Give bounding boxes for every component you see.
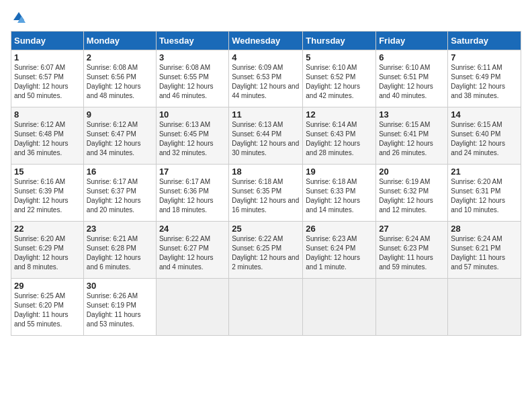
logo [11, 11, 26, 24]
calendar-cell: 25 Sunrise: 6:22 AMSunset: 6:25 PMDaylig… [229, 222, 303, 279]
day-info: Sunrise: 6:16 AMSunset: 6:39 PMDaylight:… [14, 178, 69, 214]
day-number: 17 [159, 167, 226, 177]
calendar-cell [448, 279, 521, 336]
day-number: 2 [87, 52, 153, 62]
day-number: 25 [232, 224, 300, 234]
day-info: Sunrise: 6:12 AMSunset: 6:48 PMDaylight:… [14, 121, 69, 156]
day-info: Sunrise: 6:18 AMSunset: 6:35 PMDaylight:… [232, 178, 299, 214]
calendar-week-5: 29 Sunrise: 6:25 AMSunset: 6:20 PMDaylig… [11, 279, 521, 336]
day-number: 8 [14, 109, 81, 120]
calendar-cell: 1 Sunrise: 6:07 AMSunset: 6:57 PMDayligh… [11, 50, 84, 107]
calendar-header-thursday: Thursday [303, 32, 376, 50]
calendar-cell: 26 Sunrise: 6:23 AMSunset: 6:24 PMDaylig… [303, 222, 376, 279]
day-info: Sunrise: 6:17 AMSunset: 6:36 PMDaylight:… [159, 178, 214, 214]
calendar-cell: 5 Sunrise: 6:10 AMSunset: 6:52 PMDayligh… [303, 50, 376, 107]
day-number: 6 [379, 52, 445, 62]
day-number: 1 [14, 52, 81, 62]
calendar-cell [156, 279, 228, 336]
day-info: Sunrise: 6:23 AMSunset: 6:24 PMDaylight:… [306, 235, 360, 271]
calendar-header-tuesday: Tuesday [156, 32, 228, 50]
calendar-cell: 16 Sunrise: 6:17 AMSunset: 6:37 PMDaylig… [83, 165, 156, 222]
day-number: 29 [14, 281, 81, 291]
day-info: Sunrise: 6:22 AMSunset: 6:25 PMDaylight:… [232, 235, 299, 271]
calendar-cell: 14 Sunrise: 6:15 AMSunset: 6:40 PMDaylig… [448, 107, 521, 165]
day-info: Sunrise: 6:10 AMSunset: 6:51 PMDaylight:… [379, 64, 433, 99]
day-info: Sunrise: 6:25 AMSunset: 6:20 PMDaylight:… [14, 292, 69, 328]
calendar-cell: 7 Sunrise: 6:11 AMSunset: 6:49 PMDayligh… [448, 50, 521, 107]
day-number: 23 [87, 224, 153, 234]
day-info: Sunrise: 6:21 AMSunset: 6:28 PMDaylight:… [87, 235, 141, 271]
calendar-cell: 12 Sunrise: 6:14 AMSunset: 6:43 PMDaylig… [303, 107, 376, 165]
calendar-cell [229, 279, 303, 336]
day-number: 3 [159, 52, 226, 62]
day-info: Sunrise: 6:08 AMSunset: 6:55 PMDaylight:… [159, 64, 214, 99]
day-number: 20 [379, 167, 445, 177]
day-info: Sunrise: 6:07 AMSunset: 6:57 PMDaylight:… [14, 64, 69, 99]
day-number: 24 [159, 224, 226, 234]
calendar-header-friday: Friday [376, 32, 448, 50]
day-number: 22 [14, 224, 81, 234]
calendar-cell: 20 Sunrise: 6:19 AMSunset: 6:32 PMDaylig… [376, 165, 448, 222]
calendar-cell: 9 Sunrise: 6:12 AMSunset: 6:47 PMDayligh… [83, 107, 156, 165]
day-number: 21 [451, 167, 518, 177]
calendar-cell: 11 Sunrise: 6:13 AMSunset: 6:44 PMDaylig… [229, 107, 303, 165]
calendar-cell: 29 Sunrise: 6:25 AMSunset: 6:20 PMDaylig… [11, 279, 84, 336]
day-info: Sunrise: 6:24 AMSunset: 6:23 PMDaylight:… [379, 235, 433, 271]
calendar-cell: 30 Sunrise: 6:26 AMSunset: 6:19 PMDaylig… [83, 279, 156, 336]
day-number: 26 [306, 224, 373, 234]
day-number: 7 [451, 52, 518, 62]
calendar-cell: 4 Sunrise: 6:09 AMSunset: 6:53 PMDayligh… [229, 50, 303, 107]
calendar-table: SundayMondayTuesdayWednesdayThursdayFrid… [11, 31, 521, 336]
day-info: Sunrise: 6:26 AMSunset: 6:19 PMDaylight:… [87, 292, 141, 328]
calendar-cell: 6 Sunrise: 6:10 AMSunset: 6:51 PMDayligh… [376, 50, 448, 107]
day-info: Sunrise: 6:10 AMSunset: 6:52 PMDaylight:… [306, 64, 360, 99]
calendar-cell: 10 Sunrise: 6:13 AMSunset: 6:45 PMDaylig… [156, 107, 228, 165]
logo-icon [12, 11, 26, 24]
day-info: Sunrise: 6:20 AMSunset: 6:29 PMDaylight:… [14, 235, 69, 271]
day-info: Sunrise: 6:24 AMSunset: 6:21 PMDaylight:… [451, 235, 505, 271]
day-info: Sunrise: 6:08 AMSunset: 6:56 PMDaylight:… [87, 64, 141, 99]
day-info: Sunrise: 6:15 AMSunset: 6:41 PMDaylight:… [379, 121, 433, 156]
day-info: Sunrise: 6:12 AMSunset: 6:47 PMDaylight:… [87, 121, 141, 156]
calendar-week-2: 8 Sunrise: 6:12 AMSunset: 6:48 PMDayligh… [11, 107, 521, 165]
calendar-header-saturday: Saturday [448, 32, 521, 50]
day-number: 19 [306, 167, 373, 177]
day-number: 9 [87, 109, 153, 120]
calendar-cell: 21 Sunrise: 6:20 AMSunset: 6:31 PMDaylig… [448, 165, 521, 222]
calendar-cell: 13 Sunrise: 6:15 AMSunset: 6:41 PMDaylig… [376, 107, 448, 165]
day-number: 28 [451, 224, 518, 234]
calendar-header-row: SundayMondayTuesdayWednesdayThursdayFrid… [11, 32, 521, 50]
day-number: 5 [306, 52, 373, 62]
calendar-cell: 15 Sunrise: 6:16 AMSunset: 6:39 PMDaylig… [11, 165, 84, 222]
calendar-cell: 24 Sunrise: 6:22 AMSunset: 6:27 PMDaylig… [156, 222, 228, 279]
calendar-week-3: 15 Sunrise: 6:16 AMSunset: 6:39 PMDaylig… [11, 165, 521, 222]
calendar-cell: 3 Sunrise: 6:08 AMSunset: 6:55 PMDayligh… [156, 50, 228, 107]
day-number: 30 [87, 281, 153, 291]
day-number: 15 [14, 167, 81, 177]
calendar-cell: 22 Sunrise: 6:20 AMSunset: 6:29 PMDaylig… [11, 222, 84, 279]
day-number: 12 [306, 109, 373, 120]
day-number: 11 [232, 109, 300, 120]
calendar-week-4: 22 Sunrise: 6:20 AMSunset: 6:29 PMDaylig… [11, 222, 521, 279]
day-number: 14 [451, 109, 518, 120]
calendar-cell: 18 Sunrise: 6:18 AMSunset: 6:35 PMDaylig… [229, 165, 303, 222]
day-info: Sunrise: 6:11 AMSunset: 6:49 PMDaylight:… [451, 64, 505, 99]
day-info: Sunrise: 6:19 AMSunset: 6:32 PMDaylight:… [379, 178, 433, 214]
day-number: 10 [159, 109, 226, 120]
calendar-cell: 23 Sunrise: 6:21 AMSunset: 6:28 PMDaylig… [83, 222, 156, 279]
day-number: 13 [379, 109, 445, 120]
calendar-cell: 28 Sunrise: 6:24 AMSunset: 6:21 PMDaylig… [448, 222, 521, 279]
day-info: Sunrise: 6:17 AMSunset: 6:37 PMDaylight:… [87, 178, 141, 214]
calendar-cell [303, 279, 376, 336]
day-info: Sunrise: 6:13 AMSunset: 6:44 PMDaylight:… [232, 121, 299, 156]
calendar-header-wednesday: Wednesday [229, 32, 303, 50]
day-info: Sunrise: 6:13 AMSunset: 6:45 PMDaylight:… [159, 121, 214, 156]
calendar-cell [376, 279, 448, 336]
calendar-cell: 17 Sunrise: 6:17 AMSunset: 6:36 PMDaylig… [156, 165, 228, 222]
page-header [11, 11, 521, 24]
day-info: Sunrise: 6:14 AMSunset: 6:43 PMDaylight:… [306, 121, 360, 156]
day-info: Sunrise: 6:20 AMSunset: 6:31 PMDaylight:… [451, 178, 505, 214]
day-number: 27 [379, 224, 445, 234]
day-number: 16 [87, 167, 153, 177]
day-info: Sunrise: 6:18 AMSunset: 6:33 PMDaylight:… [306, 178, 360, 214]
